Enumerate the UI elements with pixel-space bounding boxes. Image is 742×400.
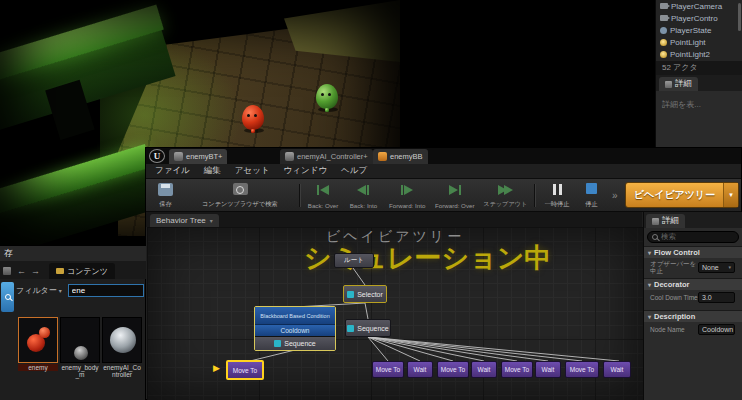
task-node[interactable]: Move To [565, 361, 599, 378]
outliner-row[interactable]: PointLight2 [656, 48, 742, 60]
actor-label: PointLight [670, 38, 706, 47]
property-label: Node Name [644, 326, 698, 333]
details-icon [652, 218, 659, 225]
decorator-blackboard-condition[interactable]: Blackboard Based Condition [255, 307, 335, 324]
folder-tab-label: コンテンツ [67, 266, 108, 277]
task-node[interactable]: Wait [471, 361, 497, 378]
pause-label: 一時停止 [545, 200, 570, 209]
menu-edit[interactable]: 編集 [204, 165, 221, 177]
behavior-tree-asset-icon [174, 152, 183, 161]
bt-details-panel: 詳細 検索 ▾ Flow Control オブザーバーを中止 None ▾ ▾ [643, 212, 742, 400]
observer-abort-dropdown[interactable]: None ▾ [698, 262, 735, 273]
outliner-scrollbar[interactable] [738, 3, 741, 31]
mode-dropdown-arrow[interactable]: ▾ [723, 183, 738, 207]
forward-into-button[interactable]: Forward: Into [384, 181, 430, 210]
sequence-node[interactable]: Sequence [345, 319, 391, 337]
tab-label: enemyBT+ [186, 152, 222, 161]
selector-icon [347, 291, 354, 298]
task-node[interactable]: Move To [372, 361, 404, 378]
collection-search-button[interactable] [1, 282, 14, 312]
asset-enemyai-controller[interactable]: enemyAI_Controller [102, 317, 142, 378]
back-over-icon [317, 183, 329, 196]
asset-search-input[interactable] [68, 284, 144, 297]
controller-sphere [110, 327, 136, 353]
details-search-field[interactable]: 検索 [647, 231, 739, 243]
history-back-button[interactable]: ← [17, 266, 26, 276]
behavior-tree-graph[interactable]: ビヘイビアツリー シミュレーション中 [147, 227, 643, 400]
back-into-button[interactable]: Back: Into [344, 181, 382, 210]
forward-into-label: Forward: Into [389, 202, 425, 209]
forward-over-label: Forward: Over [435, 202, 474, 209]
blackboard-asset-icon [378, 152, 387, 161]
section-description[interactable]: ▾ Description [644, 310, 742, 322]
section-flow-control[interactable]: ▾ Flow Control [644, 246, 742, 258]
save-icon [158, 183, 173, 196]
sources-panel-icon[interactable] [3, 267, 11, 275]
bt-toolbar: 保存 コンテンツブラウザで検索 Back: Over Back: Into Fo… [146, 179, 741, 212]
task-label: Wait [414, 366, 427, 373]
section-decorator[interactable]: ▾ Decorator [644, 278, 742, 290]
task-node[interactable]: Move To [437, 361, 469, 378]
task-node[interactable]: Move To [501, 361, 533, 378]
task-move-to-selected[interactable]: Move To [226, 360, 264, 380]
gray-mesh-blob [74, 346, 88, 360]
task-label: Wait [611, 366, 624, 373]
menu-file[interactable]: ファイル [155, 165, 190, 177]
asset-thumbnail [60, 317, 100, 363]
filters-dropdown[interactable]: フィルター ▾ [16, 285, 62, 296]
bt-details-tab[interactable]: 詳細 [646, 214, 685, 228]
cooldown-time-input[interactable]: 3.0 [698, 292, 735, 303]
menu-window[interactable]: ウィンドウ [284, 165, 328, 177]
selector-node[interactable]: Selector [343, 285, 387, 303]
tab-enemybb[interactable]: enemyBB [373, 149, 428, 164]
stop-button[interactable]: 停止 [578, 181, 604, 210]
behavior-tree-editor-window: U enemyBT+ enemyAI_Controller+ enemyBB フ… [145, 147, 742, 400]
outliner-row[interactable]: PlayerState [656, 24, 742, 36]
actor-label: PlayerState [670, 26, 711, 35]
find-in-content-browser-button[interactable]: コンテンツブラウザで検索 [184, 181, 296, 210]
tab-enemyai-controller[interactable]: enemyAI_Controller+ [280, 149, 373, 164]
menu-help[interactable]: ヘルプ [341, 165, 367, 177]
tab-label: enemyBB [390, 152, 423, 161]
mode-tab-label: Behavior Tree [156, 216, 206, 225]
forward-over-button[interactable]: Forward: Over [432, 181, 478, 210]
forward-over-icon [449, 183, 461, 196]
composite-sequence[interactable]: Sequence [255, 336, 335, 350]
property-label: Cool Down Time [644, 294, 698, 301]
behavior-tree-mode-button[interactable]: ビヘイビアツリー ▾ [625, 182, 739, 208]
node-name-input[interactable]: Cooldown [698, 324, 735, 335]
outliner-row[interactable]: PlayerContro [656, 12, 742, 24]
tab-details[interactable]: 詳細 [659, 77, 698, 91]
outliner-row[interactable]: PlayerCamera [656, 0, 742, 12]
toolbar-overflow-chevrons[interactable]: » [612, 190, 618, 201]
folder-icon [56, 268, 64, 274]
sequence-node-with-decorators[interactable]: Blackboard Based Condition Cooldown Sequ… [254, 306, 336, 351]
asset-enemy-body[interactable]: enemy_body_m [60, 317, 100, 378]
docked-save-tab[interactable]: 存 [0, 246, 146, 261]
content-browser-panel: 存 ← → コンテンツ フィルター ▾ enemy [0, 245, 146, 400]
step-out-button[interactable]: ステップアウト [480, 181, 530, 210]
task-label: Move To [505, 366, 529, 373]
task-node[interactable]: Wait [407, 361, 433, 378]
dropdown-value: None [702, 264, 719, 271]
task-node[interactable]: Wait [535, 361, 561, 378]
content-folder-tab[interactable]: コンテンツ [49, 263, 115, 279]
task-node[interactable]: Wait [603, 361, 631, 378]
root-node[interactable]: ルート [334, 253, 374, 268]
pause-icon [553, 183, 562, 196]
stop-icon [586, 183, 597, 194]
history-forward-button[interactable]: → [31, 266, 40, 276]
menu-asset[interactable]: アセット [235, 165, 270, 177]
tab-enemybt[interactable]: enemyBT+ [169, 149, 227, 164]
behavior-tree-mode-tab[interactable]: Behavior Tree ▾ [150, 214, 219, 227]
decorator-cooldown[interactable]: Cooldown [255, 324, 335, 336]
save-button[interactable]: 保存 [150, 181, 180, 210]
pause-button[interactable]: 一時停止 [540, 181, 574, 210]
back-over-button[interactable]: Back: Over [304, 181, 342, 210]
selector-node-label: Selector [357, 291, 383, 298]
outliner-row[interactable]: PointLight [656, 36, 742, 48]
mode-button-label: ビヘイビアツリー [626, 188, 723, 202]
asset-enemy[interactable]: enemy [18, 317, 58, 371]
toolbar-separator [299, 184, 300, 207]
camera-icon [660, 15, 668, 21]
